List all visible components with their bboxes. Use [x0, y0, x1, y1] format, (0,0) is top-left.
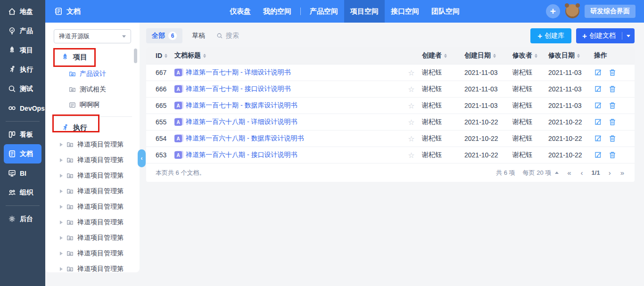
folder-icon [66, 219, 74, 226]
sidebar-item-test[interactable]: 测试 [4, 79, 41, 98]
sidebar-item-org[interactable]: 组织 [4, 183, 41, 202]
lightbulb-icon [8, 27, 16, 35]
create-library-button[interactable]: + 创建库 [530, 28, 571, 43]
space-select-value: 禅道开源版 [59, 32, 90, 41]
column-header-created-date[interactable]: 创建日期 [464, 51, 512, 60]
folder-icon [69, 70, 76, 77]
tree-section-execution[interactable]: 执行 [45, 119, 140, 137]
delete-icon[interactable] [608, 68, 617, 77]
per-page-select[interactable]: 每页 20 项 [523, 169, 559, 177]
chevron-right-icon[interactable] [60, 143, 63, 147]
chevron-right-icon[interactable] [60, 205, 63, 209]
chevron-right-icon[interactable] [60, 252, 63, 255]
tab-draft[interactable]: 草稿 [192, 32, 205, 40]
favorite-star-icon[interactable]: ☆ [401, 68, 422, 77]
doc-created-date: 2021-10-22 [464, 151, 512, 159]
execution-tree-item[interactable]: 禅道项目管理第 [45, 261, 140, 272]
delete-icon[interactable] [608, 85, 617, 93]
create-doc-dropdown-button[interactable] [622, 28, 635, 43]
sidebar-item-home[interactable]: 地盘 [4, 2, 41, 21]
first-page-button[interactable]: « [566, 169, 572, 177]
favorite-star-icon[interactable]: ☆ [401, 134, 422, 143]
doc-title-text: 禅道第一百六十八期 - 详细设计说明书 [186, 118, 297, 126]
column-header-modifier[interactable]: 修改者 [512, 51, 548, 60]
sort-icon[interactable] [444, 54, 447, 58]
edit-icon[interactable] [594, 118, 603, 126]
sidebar-item-bi[interactable]: BI [4, 163, 41, 183]
nav-project-space[interactable]: 项目空间 [344, 0, 385, 23]
sidebar-item-admin[interactable]: 后台 [4, 209, 41, 229]
favorite-star-icon[interactable]: ☆ [401, 151, 422, 160]
library-item-product-design[interactable]: 产品设计 [45, 66, 140, 82]
next-page-button[interactable]: › [608, 169, 612, 177]
execution-tree-item[interactable]: 禅道项目管理第 [45, 214, 140, 230]
favorite-star-icon[interactable]: ☆ [401, 85, 422, 94]
avatar[interactable] [565, 4, 579, 18]
chevron-right-icon[interactable] [60, 267, 63, 271]
library-item-ahh[interactable]: 啊啊啊 [45, 97, 140, 113]
column-header-modified-date[interactable]: 修改日期 [548, 51, 594, 60]
nav-api-space[interactable]: 接口空间 [385, 0, 425, 23]
edit-icon[interactable] [594, 151, 603, 159]
doc-title-link[interactable]: A 禅道第一百七十期 - 接口设计说明书 [174, 85, 401, 93]
chevron-right-icon[interactable] [60, 236, 63, 240]
execution-tree-item[interactable]: 禅道项目管理第 [45, 245, 140, 261]
edit-icon[interactable] [594, 68, 603, 77]
nav-team-space[interactable]: 团队空间 [425, 0, 466, 23]
column-header-creator[interactable]: 创建者 [422, 51, 464, 60]
sidebar-item-devops[interactable]: DevOps [4, 98, 41, 118]
chevron-right-icon[interactable] [60, 158, 63, 162]
create-doc-button[interactable]: + 创建文档 [576, 28, 622, 43]
sort-icon[interactable] [535, 54, 537, 58]
sidebar-item-execution[interactable]: 执行 [4, 60, 41, 79]
prev-page-button[interactable]: ‹ [580, 169, 584, 177]
sort-icon[interactable] [577, 54, 580, 58]
sort-icon[interactable] [493, 54, 496, 58]
execution-tree-item[interactable]: 禅道项目管理第 [45, 199, 140, 214]
edit-icon[interactable] [594, 85, 603, 93]
execution-tree-item[interactable]: 禅道项目管理第 [45, 168, 140, 183]
edit-icon[interactable] [594, 101, 603, 110]
column-header-title[interactable]: 文档标题 [174, 51, 401, 60]
doc-title-link[interactable]: A 禅道第一百六十八期 - 接口设计说明书 [174, 151, 401, 159]
execution-tree-item[interactable]: 禅道项目管理第 [45, 183, 140, 199]
search-toggle[interactable]: 搜索 [216, 32, 239, 40]
scrollbar-thumb[interactable] [134, 49, 137, 63]
doc-title-link[interactable]: A 禅道第一百六十八期 - 详细设计说明书 [174, 118, 401, 126]
edit-icon[interactable] [594, 134, 603, 143]
sidebar-item-kanban[interactable]: 看板 [4, 125, 41, 144]
nav-product-space[interactable]: 产品空间 [304, 0, 344, 23]
delete-icon[interactable] [608, 101, 617, 110]
execution-tree-item[interactable]: 禅道项目管理第 [45, 152, 140, 168]
workbench-button[interactable]: 研发综合界面 [585, 5, 636, 18]
execution-tree-item[interactable]: 禅道项目管理第 [45, 230, 140, 245]
library-item-test-related[interactable]: 测试相关 [45, 82, 140, 97]
sidebar-item-project[interactable]: 项目 [4, 41, 41, 60]
sort-icon[interactable] [203, 54, 206, 58]
favorite-star-icon[interactable]: ☆ [401, 101, 422, 110]
delete-icon[interactable] [608, 118, 617, 126]
nav-dashboard[interactable]: 仪表盘 [223, 0, 257, 23]
sort-icon[interactable] [165, 54, 167, 58]
execution-tree-item[interactable]: 禅道项目管理第 [45, 137, 140, 152]
tree-section-project[interactable]: 项目 [45, 48, 140, 66]
sidebar-item-product[interactable]: 产品 [4, 21, 41, 41]
doc-title-link[interactable]: A 禅道第一百六十八期 - 数据库设计说明书 [174, 134, 401, 143]
chevron-right-icon[interactable] [60, 174, 63, 178]
chevron-right-icon[interactable] [60, 221, 63, 224]
quick-create-button[interactable]: + [546, 4, 560, 18]
doc-title-link[interactable]: A 禅道第一百七十期 - 数据库设计说明书 [174, 101, 401, 110]
nav-my-space[interactable]: 我的空间 [257, 0, 297, 23]
sidebar-collapse-handle[interactable]: ‹ [138, 149, 146, 167]
doc-title-text: 禅道第一百六十八期 - 数据库设计说明书 [186, 134, 304, 143]
space-select[interactable]: 禅道开源版 [54, 29, 131, 43]
last-page-button[interactable]: » [619, 169, 625, 177]
chevron-right-icon[interactable] [60, 189, 63, 193]
doc-title-link[interactable]: A 禅道第一百七十期 - 详细设计说明书 [174, 68, 401, 77]
tab-all[interactable]: 全部 6 [146, 28, 182, 43]
delete-icon[interactable] [608, 151, 617, 159]
sidebar-item-doc[interactable]: 文档 [4, 144, 41, 163]
favorite-star-icon[interactable]: ☆ [401, 118, 422, 127]
delete-icon[interactable] [608, 134, 617, 143]
column-header-id[interactable]: ID [146, 52, 174, 59]
